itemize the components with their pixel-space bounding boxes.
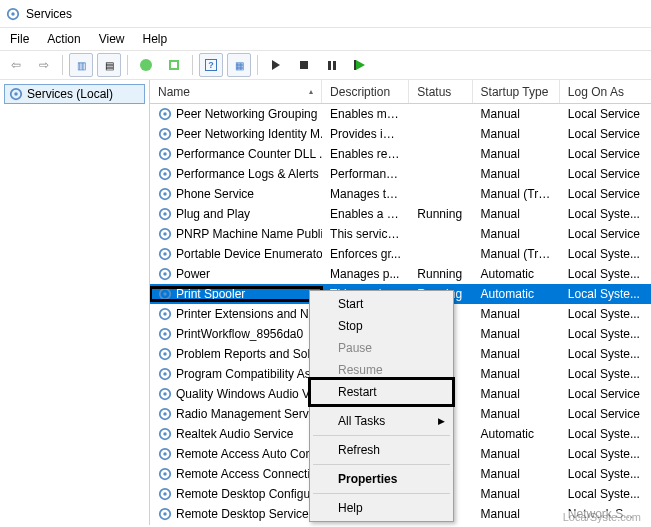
- menu-file[interactable]: File: [10, 32, 29, 46]
- table-row[interactable]: Performance Logs & AlertsPerformanc...Ma…: [150, 164, 651, 184]
- service-startup: Manual: [473, 327, 560, 341]
- service-name-cell: PrintWorkflow_8956da0: [150, 327, 322, 341]
- service-name: Quality Windows Audio Vid: [176, 387, 319, 401]
- svg-point-15: [163, 212, 167, 216]
- gear-icon: [158, 407, 172, 421]
- start-service-button[interactable]: [264, 53, 288, 77]
- refresh-button[interactable]: [134, 53, 158, 77]
- service-logon: Local Service: [560, 147, 651, 161]
- menu-action[interactable]: Action: [47, 32, 80, 46]
- export-button[interactable]: [162, 53, 186, 77]
- menu-help[interactable]: Help: [143, 32, 168, 46]
- service-name: Problem Reports and Solut: [176, 347, 320, 361]
- service-startup: Manual: [473, 387, 560, 401]
- svg-point-45: [163, 512, 167, 516]
- pause-service-button[interactable]: [320, 53, 344, 77]
- ctx-properties[interactable]: Properties: [312, 468, 451, 490]
- service-name: Remote Desktop Services: [176, 507, 315, 521]
- ctx-separator: [313, 493, 450, 494]
- svg-point-11: [163, 172, 167, 176]
- column-name[interactable]: Name▴: [150, 80, 322, 103]
- service-startup: Manual: [473, 127, 560, 141]
- column-startup-type[interactable]: Startup Type: [473, 80, 560, 103]
- svg-point-35: [163, 412, 167, 416]
- service-logon: Local Service: [560, 387, 651, 401]
- service-name: Peer Networking Grouping: [176, 107, 317, 121]
- service-description: Provides ide...: [322, 127, 409, 141]
- service-startup: Manual (Trig...: [473, 187, 560, 201]
- service-logon: Local Syste...: [560, 307, 651, 321]
- svg-point-19: [163, 252, 167, 256]
- service-name-cell: Phone Service: [150, 187, 322, 201]
- service-name: Remote Access Connection: [176, 467, 322, 481]
- gear-icon: [158, 327, 172, 341]
- menu-view[interactable]: View: [99, 32, 125, 46]
- column-logon-as[interactable]: Log On As: [560, 80, 651, 103]
- table-row[interactable]: Performance Counter DLL ...Enables rem..…: [150, 144, 651, 164]
- properties-button[interactable]: ▤: [97, 53, 121, 77]
- service-name-cell: Program Compatibility Ass: [150, 367, 322, 381]
- table-row[interactable]: Peer Networking Identity M...Provides id…: [150, 124, 651, 144]
- ctx-all-tasks[interactable]: All Tasks ▶: [312, 410, 451, 432]
- service-name: Peer Networking Identity M...: [176, 127, 322, 141]
- service-logon: Local Service: [560, 227, 651, 241]
- toolbar: ⇦ ⇨ ▥ ▤ ? ▦: [0, 50, 651, 80]
- show-hide-tree-button[interactable]: ▥: [69, 53, 93, 77]
- service-name-cell: Peer Networking Grouping: [150, 107, 322, 121]
- table-row[interactable]: Plug and PlayEnables a c...RunningManual…: [150, 204, 651, 224]
- service-description: Enables mul...: [322, 107, 409, 121]
- svg-point-39: [163, 452, 167, 456]
- list-button[interactable]: ▦: [227, 53, 251, 77]
- service-name-cell: Remote Desktop Services: [150, 507, 322, 521]
- chevron-right-icon: ▶: [438, 416, 445, 426]
- gear-icon: [158, 127, 172, 141]
- service-logon: Local Syste...: [560, 347, 651, 361]
- svg-point-17: [163, 232, 167, 236]
- svg-point-37: [163, 432, 167, 436]
- ctx-help[interactable]: Help: [312, 497, 451, 519]
- service-name-cell: Realtek Audio Service: [150, 427, 322, 441]
- svg-point-31: [163, 372, 167, 376]
- ctx-separator: [313, 435, 450, 436]
- service-startup: Manual: [473, 467, 560, 481]
- ctx-separator: [313, 406, 450, 407]
- table-row[interactable]: Peer Networking GroupingEnables mul...Ma…: [150, 104, 651, 124]
- help-button[interactable]: ?: [199, 53, 223, 77]
- title-bar: Services: [0, 0, 651, 28]
- table-row[interactable]: PNRP Machine Name Publi...This service .…: [150, 224, 651, 244]
- gear-icon: [158, 307, 172, 321]
- service-name-cell: PNRP Machine Name Publi...: [150, 227, 322, 241]
- column-description[interactable]: Description: [322, 80, 409, 103]
- table-row[interactable]: Phone ServiceManages th...Manual (Trig..…: [150, 184, 651, 204]
- table-row[interactable]: PowerManages p...RunningAutomaticLocal S…: [150, 264, 651, 284]
- separator: [127, 55, 128, 75]
- service-startup: Manual: [473, 307, 560, 321]
- ctx-start[interactable]: Start: [312, 293, 451, 315]
- service-logon: Local Syste...: [560, 327, 651, 341]
- service-description: This service ...: [322, 227, 409, 241]
- service-name: Realtek Audio Service: [176, 427, 293, 441]
- service-startup: Manual: [473, 207, 560, 221]
- table-row[interactable]: Remote Desktop Services UManualLocal Sys…: [150, 524, 651, 525]
- tree-item-services-local[interactable]: Services (Local): [4, 84, 145, 104]
- ctx-refresh[interactable]: Refresh: [312, 439, 451, 461]
- stop-service-button[interactable]: [292, 53, 316, 77]
- service-logon: Local Syste...: [560, 427, 651, 441]
- forward-button[interactable]: ⇨: [32, 53, 56, 77]
- ctx-restart[interactable]: Restart: [312, 381, 451, 403]
- separator: [257, 55, 258, 75]
- service-startup: Manual: [473, 507, 560, 521]
- column-status[interactable]: Status: [409, 80, 472, 103]
- ctx-stop[interactable]: Stop: [312, 315, 451, 337]
- gear-icon: [158, 347, 172, 361]
- service-startup: Automatic: [473, 427, 560, 441]
- service-name-cell: Problem Reports and Solut: [150, 347, 322, 361]
- service-name: Power: [176, 267, 210, 281]
- svg-point-1: [11, 12, 15, 16]
- back-button[interactable]: ⇦: [4, 53, 28, 77]
- service-startup: Manual: [473, 167, 560, 181]
- svg-point-29: [163, 352, 167, 356]
- service-logon: Local Service: [560, 407, 651, 421]
- restart-service-button[interactable]: [348, 53, 372, 77]
- table-row[interactable]: Portable Device Enumerator...Enforces gr…: [150, 244, 651, 264]
